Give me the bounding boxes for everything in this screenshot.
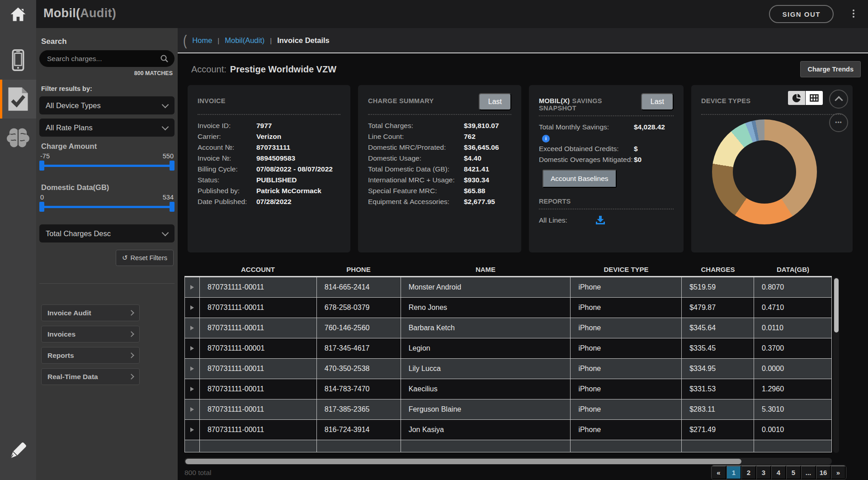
field-label: Equipment & Accessories: bbox=[368, 197, 464, 206]
page-button[interactable]: 3 bbox=[756, 466, 771, 480]
table-row-partial[interactable] bbox=[184, 440, 832, 452]
cell-phone: 817-345-4617 bbox=[317, 338, 401, 358]
column-header[interactable]: PHONE bbox=[316, 266, 401, 273]
page-button[interactable]: 2 bbox=[741, 466, 756, 480]
column-header[interactable]: DATA(GB) bbox=[754, 266, 832, 273]
expander-icon bbox=[190, 305, 194, 310]
slider-handle-max[interactable] bbox=[170, 202, 175, 212]
field-value: $0 bbox=[634, 156, 642, 163]
field-label: Special Feature MRC: bbox=[368, 186, 464, 195]
last-button[interactable]: Last bbox=[641, 93, 674, 110]
row-expander[interactable] bbox=[185, 420, 200, 440]
table-row[interactable]: 870731111-00011 817-385-2365 Ferguson Bl… bbox=[184, 399, 832, 420]
field-label: Invoice №: bbox=[198, 153, 256, 163]
search-icon[interactable] bbox=[160, 54, 169, 65]
cell-device-type: iPhone bbox=[571, 359, 682, 379]
slider-handle-min[interactable] bbox=[39, 161, 44, 171]
search-input[interactable] bbox=[39, 50, 175, 67]
device-types-chart[interactable] bbox=[712, 119, 817, 224]
page-button[interactable]: 16 bbox=[816, 466, 831, 480]
row-expander[interactable] bbox=[185, 298, 200, 318]
table-row[interactable]: 870731111-00001 817-345-4617 Legion iPho… bbox=[184, 338, 832, 359]
kebab-menu-icon[interactable] bbox=[853, 10, 854, 18]
download-icon[interactable] bbox=[595, 216, 605, 225]
rail-item-devices[interactable] bbox=[0, 41, 36, 80]
rail-item-invoice-audit[interactable] bbox=[0, 80, 36, 119]
sidebar-nav-item[interactable]: Invoice Audit bbox=[41, 304, 140, 321]
row-expander[interactable] bbox=[185, 359, 200, 379]
field-label: Total Monthly Savings: bbox=[539, 122, 634, 132]
account-baselines-button[interactable]: Account Baselines bbox=[542, 170, 617, 188]
charge-summary-field: Domestic Usage:$4.40 bbox=[368, 153, 511, 163]
reset-filters-button[interactable]: ↺Reset Filters bbox=[116, 250, 174, 266]
pie-view-button[interactable] bbox=[788, 91, 805, 105]
page-button[interactable]: ... bbox=[801, 466, 816, 480]
column-header[interactable]: CHARGES bbox=[682, 266, 754, 273]
row-expander[interactable] bbox=[185, 399, 200, 419]
field-label: Total Domestic Data (GB): bbox=[368, 164, 464, 174]
charge-summary-field: Domestic MRC/Prorated:$36,645.06 bbox=[368, 143, 511, 152]
breadcrumb-app-link[interactable]: Mobil(Audit) bbox=[225, 36, 264, 45]
rail-item-home[interactable] bbox=[0, 0, 36, 28]
column-header[interactable]: NAME bbox=[401, 266, 571, 273]
page-button[interactable]: » bbox=[831, 466, 846, 480]
table-row[interactable]: 870731111-00011 678-258-0379 Reno Jones … bbox=[184, 298, 832, 318]
sidebar-nav-item[interactable]: Invoices bbox=[41, 326, 140, 342]
page-button[interactable]: « bbox=[712, 466, 726, 480]
pen-icon bbox=[9, 442, 27, 460]
page-button[interactable]: 1 bbox=[726, 466, 741, 480]
savings-snapshot-card: MOBIL(X)SAVINGS SNAPSHOT Last Total Mont… bbox=[529, 85, 684, 252]
slider-handle-min[interactable] bbox=[39, 202, 44, 212]
domestic-data-slider[interactable] bbox=[39, 202, 175, 212]
rate-plan-select[interactable]: All Rate Plans bbox=[39, 119, 175, 137]
last-button[interactable]: Last bbox=[479, 93, 511, 110]
row-expander[interactable] bbox=[185, 277, 200, 297]
sidebar-nav-item[interactable]: Reports bbox=[41, 347, 140, 364]
sign-out-button[interactable]: SIGN OUT bbox=[769, 5, 834, 23]
rail-item-annotate[interactable] bbox=[0, 431, 36, 470]
filter-results-label: Filter results by: bbox=[41, 85, 175, 92]
page-button[interactable]: 4 bbox=[771, 466, 786, 480]
sort-select[interactable]: Total Charges Desc bbox=[39, 224, 175, 242]
horizontal-scrollbar[interactable] bbox=[184, 458, 832, 465]
more-options-button[interactable]: ••• bbox=[829, 113, 848, 132]
vertical-scrollbar[interactable] bbox=[833, 277, 839, 453]
info-icon[interactable]: i bbox=[542, 135, 550, 143]
column-header[interactable]: DEVICE TYPE bbox=[571, 266, 682, 273]
slider-track[interactable] bbox=[39, 206, 175, 208]
sidebar-nav-item[interactable]: Real-Time Data bbox=[41, 368, 140, 385]
horizontal-scrollbar-thumb[interactable] bbox=[185, 459, 741, 464]
charge-summary-fields: Total Charges:$39,810.07 Line Count:762 … bbox=[368, 121, 511, 206]
table-row[interactable]: 870731111-00011 470-350-2538 Lily Lucca … bbox=[184, 359, 832, 379]
cell-phone: 817-385-2365 bbox=[317, 399, 401, 419]
charge-trends-button[interactable]: Charge Trends bbox=[800, 61, 861, 77]
field-label: Date Published: bbox=[198, 197, 256, 206]
device-type-select[interactable]: All Device Types bbox=[39, 96, 175, 114]
row-expander[interactable] bbox=[185, 379, 200, 399]
breadcrumb-home-link[interactable]: Home bbox=[192, 36, 212, 45]
table-row[interactable]: 870731111-00011 814-783-7470 Kaecilius i… bbox=[184, 379, 832, 399]
slider-handle-max[interactable] bbox=[170, 161, 175, 171]
slider-track[interactable] bbox=[39, 165, 175, 167]
vertical-scrollbar-thumb[interactable] bbox=[834, 278, 839, 333]
table-row[interactable]: 870731111-00011 760-146-2560 Barbara Ket… bbox=[184, 318, 832, 338]
cell-data-gb: 0.4710 bbox=[754, 298, 832, 318]
table-row[interactable]: 870731111-00011 814-665-2414 Monster And… bbox=[184, 277, 832, 298]
column-header[interactable]: ACCOUNT bbox=[199, 266, 316, 273]
collapse-card-button[interactable] bbox=[829, 90, 848, 109]
collapse-handle-icon[interactable]: ( bbox=[183, 32, 187, 48]
row-expander[interactable] bbox=[185, 338, 200, 358]
table-row[interactable]: 870731111-00011 816-724-3914 Jon Kasiya … bbox=[184, 420, 832, 440]
charge-amount-slider[interactable] bbox=[39, 161, 175, 171]
row-expander[interactable] bbox=[185, 318, 200, 338]
table-view-button[interactable] bbox=[806, 91, 823, 105]
sidebar-nav-item-label: Invoice Audit bbox=[47, 309, 91, 317]
cell-phone: 816-724-3914 bbox=[317, 420, 401, 440]
rail-item-insights[interactable] bbox=[0, 119, 36, 157]
page-button[interactable]: 5 bbox=[786, 466, 801, 480]
field-value: $65.88 bbox=[464, 187, 485, 195]
charge-amount-label: Charge Amount bbox=[41, 142, 175, 151]
field-value: $39,810.07 bbox=[464, 122, 499, 129]
pie-chart-icon bbox=[792, 94, 801, 103]
cell-phone: 814-783-7470 bbox=[317, 379, 401, 399]
